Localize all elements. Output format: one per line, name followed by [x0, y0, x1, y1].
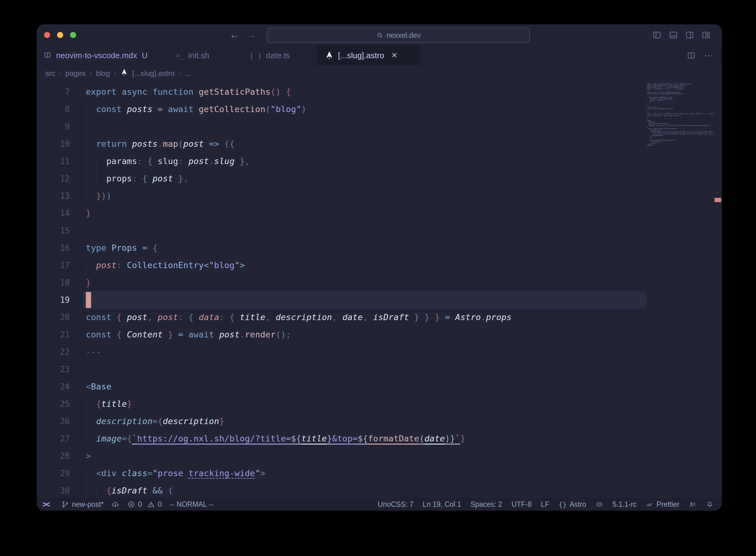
line-number[interactable]: 25 [37, 395, 70, 413]
line-number[interactable]: 10 [37, 135, 70, 152]
indentation-status[interactable]: Spaces: 2 [470, 500, 502, 509]
code-line[interactable]: 8 const posts = await getCollection("blo… [37, 101, 646, 118]
code-line[interactable]: 19 [37, 291, 646, 309]
breadcrumb-item-blog[interactable]: blog [96, 69, 110, 78]
toggle-left-panel-icon[interactable] [652, 30, 662, 40]
encoding-status[interactable]: UTF-8 [512, 500, 532, 509]
code-line[interactable]: 7export async function getStaticPaths() … [37, 83, 646, 101]
code-line[interactable]: 16type Props = { [37, 239, 646, 257]
code-line[interactable]: 22--- [37, 343, 646, 361]
astro-version-status[interactable]: 5.1.1-rc [613, 500, 637, 509]
code-line[interactable]: 26 description={description} [37, 413, 646, 430]
line-number[interactable]: 24 [37, 378, 70, 395]
back-button[interactable]: ← [230, 29, 239, 40]
code-line[interactable]: 27 image={`https://og.nxl.sh/blog/?title… [37, 430, 646, 447]
close-tab-icon[interactable]: ✕ [391, 51, 397, 60]
code-text: params: { slug: post.slug }, [86, 152, 250, 170]
line-number[interactable]: 21 [37, 326, 70, 343]
minimap-content: --- import type { CollectionEntry } from… [647, 81, 714, 146]
line-number[interactable]: 27 [37, 430, 70, 447]
line-number[interactable]: 19 [37, 291, 70, 309]
toggle-right-panel-icon[interactable] [685, 30, 695, 40]
remote-indicator[interactable]: >< [42, 500, 53, 509]
forward-button[interactable]: → [246, 29, 256, 40]
code-line[interactable]: 30 {isDraft && ( [37, 482, 646, 499]
code-line[interactable]: 20const { post, post: { data: { title, d… [37, 309, 646, 326]
line-number[interactable]: 22 [37, 343, 70, 361]
code-line[interactable]: 28> [37, 447, 646, 465]
split-editor-icon[interactable] [686, 51, 696, 60]
line-number[interactable]: 30 [37, 482, 70, 499]
line-number[interactable]: 12 [37, 170, 70, 187]
line-number[interactable]: 26 [37, 413, 70, 430]
line-number[interactable]: 28 [37, 447, 70, 465]
unocss-status[interactable]: UnoCSS: 7 [378, 500, 413, 509]
accessibility-status[interactable] [689, 500, 696, 508]
minimap[interactable]: --- import type { CollectionEntry } from… [646, 81, 714, 498]
line-number[interactable]: 9 [37, 118, 70, 135]
line-number[interactable]: 8 [37, 101, 70, 118]
line-number[interactable]: 16 [37, 239, 70, 257]
customize-layout-icon[interactable] [701, 30, 711, 40]
chevron-right-icon: › [114, 70, 116, 77]
code-line[interactable]: 17 post: CollectionEntry<"blog"> [37, 257, 646, 274]
close-window-button[interactable] [44, 32, 50, 38]
line-number[interactable]: 23 [37, 361, 70, 378]
tab-neovim-to-vscode[interactable]: neovim-to-vscode.mdx U [37, 45, 176, 65]
code-line[interactable]: 10 return posts.map(post => ({ [37, 135, 646, 152]
astro-icon [325, 51, 334, 60]
tab-label: date.ts [266, 51, 290, 60]
titlebar: ← → nexxel.dev [37, 25, 722, 45]
code-text: const posts = await getCollection("blog"… [86, 101, 306, 118]
breadcrumb-item-pages[interactable]: pages [65, 69, 86, 78]
tab-slug-astro-active[interactable]: [...slug].astro ✕ [317, 45, 420, 65]
code-line[interactable]: 29 <div class="prose tracking-wide"> [37, 465, 646, 482]
url-bar[interactable]: nexxel.dev [267, 28, 530, 43]
code-line[interactable]: 11 params: { slug: post.slug }, [37, 152, 646, 170]
line-number[interactable]: 15 [37, 222, 70, 239]
formatter-status[interactable]: Prettier [646, 500, 680, 509]
line-number[interactable]: 20 [37, 309, 70, 326]
code-line[interactable]: 25 {title} [37, 395, 646, 413]
code-text: <div class="prose tracking-wide"> [86, 465, 266, 482]
breadcrumb-item-more[interactable]: ... [185, 69, 191, 78]
line-number[interactable]: 17 [37, 257, 70, 274]
tab-date-ts[interactable]: { } date.ts [250, 45, 317, 65]
minimize-window-button[interactable] [57, 32, 63, 38]
toggle-bottom-panel-icon[interactable] [668, 30, 678, 40]
line-number[interactable]: 13 [37, 187, 70, 205]
tab-init-sh[interactable]: >_ init.sh [176, 45, 243, 65]
more-actions-icon[interactable]: ⋯ [704, 49, 714, 61]
copilot-status[interactable] [595, 500, 603, 508]
git-branch-item[interactable]: new-post* [61, 500, 103, 509]
code-line[interactable]: 24<Base [37, 378, 646, 395]
cursor-position-status[interactable]: Ln 19, Col 1 [423, 500, 461, 509]
problems-indicator[interactable]: 0 0 [127, 500, 162, 509]
code-line[interactable]: 21const { Content } = await post.render(… [37, 326, 646, 343]
code-line[interactable]: 9 [37, 118, 646, 135]
code-line[interactable]: 18} [37, 274, 646, 291]
eol-status[interactable]: LF [541, 500, 549, 509]
warning-count: 0 [158, 500, 162, 509]
code-text: props: { post }, [86, 170, 188, 187]
code-editor[interactable]: 7export async function getStaticPaths() … [37, 81, 646, 501]
overview-ruler[interactable] [714, 81, 722, 498]
line-number[interactable]: 14 [37, 205, 70, 222]
code-line[interactable]: 13 })) [37, 187, 646, 205]
language-mode-status[interactable]: {} Astro [559, 500, 586, 509]
breadcrumb-item-src[interactable]: src [45, 69, 55, 78]
code-line[interactable]: 23 [37, 361, 646, 378]
zoom-window-button[interactable] [70, 32, 76, 38]
code-text: description={description} [86, 413, 224, 430]
line-number[interactable]: 29 [37, 465, 70, 482]
breadcrumb-item-file[interactable]: [...slug].astro [132, 69, 175, 78]
line-number[interactable]: 7 [37, 83, 70, 101]
code-line[interactable]: 15 [37, 222, 646, 239]
book-icon [43, 51, 52, 60]
code-line[interactable]: 12 props: { post }, [37, 170, 646, 187]
notifications-button[interactable] [706, 500, 714, 508]
sync-changes-button[interactable] [111, 500, 119, 508]
line-number[interactable]: 18 [37, 274, 70, 291]
code-line[interactable]: 14} [37, 205, 646, 222]
line-number[interactable]: 11 [37, 152, 70, 170]
